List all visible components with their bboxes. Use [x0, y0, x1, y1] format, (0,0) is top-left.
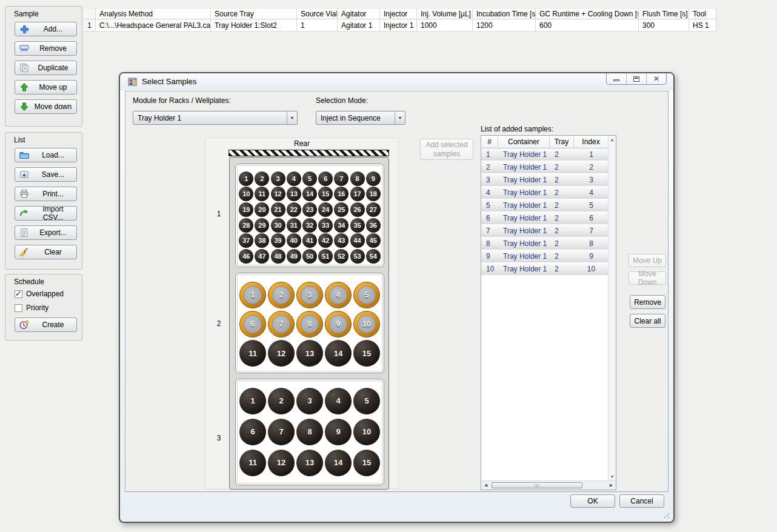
vial-tray1-pos14[interactable]: 14: [302, 187, 317, 201]
vial-tray1-pos17[interactable]: 17: [350, 187, 365, 201]
vial-tray1-pos45[interactable]: 45: [366, 233, 381, 248]
vial-tray1-pos25[interactable]: 25: [334, 202, 348, 217]
vial-tray2-pos9[interactable]: 9: [325, 311, 352, 337]
added-sample-row[interactable]: 5Tray Holder 125: [481, 199, 609, 211]
vial-tray1-pos2[interactable]: 2: [255, 171, 269, 186]
method-row-number[interactable]: 1: [84, 19, 96, 32]
vial-tray1-pos42[interactable]: 42: [318, 233, 333, 248]
vial-tray1-pos37[interactable]: 37: [239, 233, 253, 248]
vial-tray1-pos6[interactable]: 6: [318, 171, 333, 186]
vial-tray3-pos8[interactable]: 8: [296, 419, 323, 445]
vial-tray1-pos39[interactable]: 39: [271, 233, 285, 248]
method-col-header[interactable]: Agitator: [338, 8, 380, 19]
vial-tray1-pos52[interactable]: 52: [334, 249, 348, 264]
method-cell[interactable]: C:\...\Headspace General PAL3.cam: [96, 19, 211, 32]
scroll-down-icon[interactable]: ▼: [609, 474, 616, 479]
import-csv-button[interactable]: Import CSV...: [15, 206, 77, 221]
method-col-header[interactable]: Injector: [380, 8, 417, 19]
dialog-titlebar[interactable]: Select Samples ✕: [120, 73, 673, 90]
duplicate-button[interactable]: Duplicate: [15, 61, 77, 75]
vial-tray3-pos9[interactable]: 9: [325, 419, 352, 445]
vial-tray3-pos3[interactable]: 3: [296, 388, 323, 414]
method-cell[interactable]: 1200: [473, 19, 536, 32]
vial-tray1-pos23[interactable]: 23: [302, 202, 317, 217]
method-cell[interactable]: 1000: [417, 19, 473, 32]
samples-col-header[interactable]: Container: [498, 136, 550, 148]
samples-col-header[interactable]: Tray: [550, 136, 574, 148]
vial-tray1-pos20[interactable]: 20: [255, 202, 269, 217]
vial-tray2-pos1[interactable]: 1: [239, 282, 266, 308]
vial-tray1-pos22[interactable]: 22: [287, 202, 301, 217]
added-sample-row[interactable]: 3Tray Holder 123: [481, 174, 609, 186]
method-cell[interactable]: 1: [297, 19, 338, 32]
method-col-header[interactable]: Analysis Method: [96, 8, 211, 19]
method-cell[interactable]: Agitator 1: [338, 19, 380, 32]
add-button[interactable]: Add...: [15, 22, 77, 36]
method-col-header[interactable]: Flush Time [s]: [639, 8, 689, 19]
scroll-up-icon[interactable]: ▲: [609, 138, 616, 142]
vial-tray2-pos2[interactable]: 2: [268, 282, 295, 308]
vial-tray2-pos12[interactable]: 12: [268, 340, 295, 367]
method-cell[interactable]: 300: [639, 19, 689, 32]
vial-tray1-pos26[interactable]: 26: [350, 202, 365, 217]
vial-tray1-pos38[interactable]: 38: [255, 233, 269, 248]
export-button[interactable]: Export...: [15, 225, 77, 240]
method-col-header[interactable]: GC Runtime + Cooling Down [s]: [536, 8, 639, 19]
vial-tray1-pos28[interactable]: 28: [239, 218, 253, 233]
clear-button[interactable]: Clear: [15, 245, 77, 259]
vial-tray3-pos14[interactable]: 14: [325, 450, 352, 476]
method-col-header[interactable]: Tool: [689, 8, 716, 19]
samples-col-header[interactable]: #: [481, 136, 498, 148]
vial-tray2-pos7[interactable]: 7: [268, 311, 295, 337]
vial-tray1-pos27[interactable]: 27: [366, 202, 381, 217]
vial-tray1-pos12[interactable]: 12: [271, 187, 285, 201]
samples-col-header[interactable]: Index: [574, 136, 609, 148]
added-sample-row[interactable]: 2Tray Holder 122: [481, 161, 609, 173]
method-col-header[interactable]: Source Tray: [211, 8, 297, 19]
add-selected-samples-button[interactable]: Add selected samples: [420, 139, 473, 160]
scroll-right-icon[interactable]: ▶: [607, 483, 616, 488]
method-col-header[interactable]: Incubation Time [s]: [473, 8, 536, 19]
method-col-header[interactable]: Inj. Volume [µL]: [417, 8, 473, 19]
vial-tray1-pos46[interactable]: 46: [239, 249, 253, 264]
vial-tray1-pos48[interactable]: 48: [271, 249, 285, 264]
list-move-up-button[interactable]: Move Up: [629, 254, 666, 267]
module-combo-arrow-icon[interactable]: ▼: [287, 111, 297, 124]
vial-tray2-pos3[interactable]: 3: [296, 282, 323, 308]
list-remove-button[interactable]: Remove: [630, 295, 665, 309]
vial-tray2-pos11[interactable]: 11: [239, 340, 266, 367]
vial-tray2-pos4[interactable]: 4: [325, 282, 352, 308]
vial-tray2-pos10[interactable]: 10: [353, 311, 380, 337]
vial-tray3-pos7[interactable]: 7: [268, 419, 295, 445]
maximize-button[interactable]: [627, 73, 647, 84]
added-sample-row[interactable]: 10Tray Holder 1210: [481, 263, 609, 275]
vial-tray3-pos12[interactable]: 12: [268, 450, 295, 476]
list-clear-all-button[interactable]: Clear all: [630, 314, 665, 328]
added-sample-row[interactable]: 4Tray Holder 124: [481, 187, 609, 199]
scrollbar-thumb[interactable]: [492, 482, 582, 488]
vial-tray1-pos47[interactable]: 47: [255, 249, 269, 264]
vial-tray1-pos8[interactable]: 8: [350, 171, 365, 186]
method-col-header[interactable]: Source Vial: [297, 8, 338, 19]
load-button[interactable]: Load...: [15, 148, 77, 162]
vial-tray3-pos15[interactable]: 15: [353, 450, 380, 476]
method-cell[interactable]: Injector 1: [380, 19, 417, 32]
vial-tray1-pos29[interactable]: 29: [255, 218, 269, 233]
vial-tray1-pos53[interactable]: 53: [350, 249, 365, 264]
vial-tray1-pos13[interactable]: 13: [287, 187, 301, 201]
vial-tray1-pos44[interactable]: 44: [350, 233, 365, 248]
vial-tray1-pos49[interactable]: 49: [287, 249, 301, 264]
vial-tray1-pos16[interactable]: 16: [334, 187, 348, 201]
added-sample-row[interactable]: 1Tray Holder 121: [481, 148, 609, 161]
vial-tray1-pos5[interactable]: 5: [302, 171, 317, 186]
vial-tray3-pos6[interactable]: 6: [239, 419, 266, 445]
vial-tray2-pos5[interactable]: 5: [353, 282, 380, 308]
vial-tray1-pos15[interactable]: 15: [318, 187, 333, 201]
vial-tray1-pos18[interactable]: 18: [366, 187, 381, 201]
added-sample-row[interactable]: 9Tray Holder 129: [481, 250, 609, 262]
vial-tray3-pos1[interactable]: 1: [239, 388, 266, 414]
module-combo[interactable]: Tray Holder 1 ▼: [133, 111, 298, 125]
list-move-down-button[interactable]: Move Down: [629, 271, 666, 285]
vial-tray1-pos50[interactable]: 50: [302, 249, 317, 264]
resize-grip[interactable]: [664, 513, 670, 519]
